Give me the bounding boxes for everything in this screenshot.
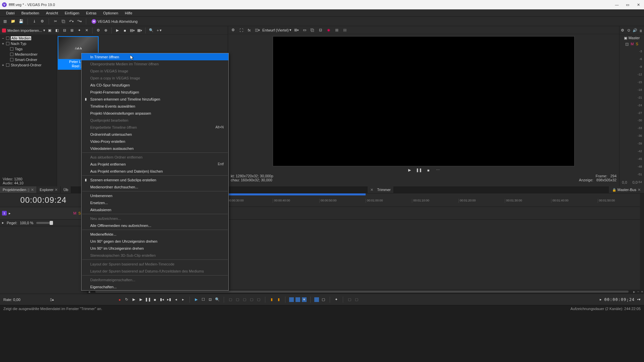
menu-bearbeiten[interactable]: Bearbeiten [18,10,43,16]
tree-node-mediabins[interactable]: Medienordner [0,52,57,57]
preview-quality-dropdown[interactable]: Entwurf (Viertel)▾ [262,28,291,32]
props-icon[interactable]: ⊞ [69,27,75,34]
new-project-icon[interactable]: ▥ [2,18,8,24]
stop-icon[interactable]: ■ [425,167,431,173]
collapse-icon[interactable]: − [1,36,5,40]
menu-item[interactable]: Aus Projekt entfernen und Datei(en) lösc… [82,168,228,175]
select-icon[interactable]: ▦▾ [137,27,143,34]
redo-icon[interactable]: ↷▾ [76,18,83,24]
render-icon[interactable]: ⤓ [31,18,37,24]
import-media-button[interactable]: Medien importieren... ▾ [2,28,45,33]
tab-explorer[interactable]: Explorer✕ [37,186,61,193]
play-button[interactable]: ▶ [138,297,144,302]
autoplay-icon[interactable]: ▤▾ [129,27,135,34]
scroll-right-icon[interactable]: ▸ [633,290,637,294]
ripple-mode-button[interactable]: ▢ [321,297,326,302]
zoom-in-icon[interactable]: + [640,290,644,294]
copy-icon[interactable]: ⿻ [60,18,66,24]
menu-item[interactable]: Videodateien austauschen [82,145,228,152]
menu-item[interactable]: Umbenennen [82,192,228,199]
menu-item[interactable]: Um 90° im Uhrzeigersinn drehen [82,245,228,252]
tab-masterbus[interactable]: 🔒Master-Bus✕ [608,186,644,193]
menu-optionen[interactable]: Optionen [100,10,122,16]
timecode-end-icon[interactable]: ▸ [600,297,602,302]
selection-tool-button[interactable]: ☐ [201,297,206,302]
menu-item[interactable]: Projekt-Videoeinstellungen anpassen [82,110,228,117]
menu-item[interactable]: Projekt-Framerate hinzufügen [82,88,228,96]
close-button[interactable]: ✕ [636,2,641,7]
menu-item[interactable]: Ersetzen... [82,199,228,206]
menu-item[interactable]: ▮Szenen erkennen und Timeline hinzufügen [82,96,228,103]
auto-ripple-button[interactable] [314,297,319,302]
cut-icon[interactable]: ✂ [52,18,58,24]
envelope-tool-button[interactable]: ⊡ [208,297,213,302]
save-frame-icon[interactable]: ⊡ [318,27,324,33]
menu-item[interactable]: Aus Projekt entfernenEntf [82,161,228,168]
scroll-thumb[interactable] [95,291,629,293]
track-header-1[interactable]: 1 ▸ MS▯ [0,207,87,220]
open-icon[interactable]: 📁 [10,18,16,24]
timecode-display[interactable]: 00:00:09:24 [0,193,87,207]
grid-icon[interactable]: ⊞▾ [293,27,300,33]
menu-hilfe[interactable]: Hilfe [121,10,136,16]
collapse-track-icon[interactable]: ▸ [9,211,11,216]
volume-icon[interactable]: 🔊 [632,27,638,34]
fx-slot-icon[interactable]: ◫ [625,42,629,46]
tab-overflow[interactable]: Üb [61,186,71,193]
close-tab-icon[interactable]: ✕ [31,188,34,192]
normal-tool-button[interactable]: ▶ [194,297,199,302]
more-icon[interactable]: ⋯ [435,167,441,173]
dim-icon[interactable]: ⊙ [626,27,632,34]
menu-item[interactable]: In Trimmer öffnen [82,53,228,60]
overlay-icon[interactable]: ▭ [302,27,308,33]
menu-item[interactable]: Eigenschaften... [82,283,228,290]
menu-einfuegen[interactable]: Einfügen [61,10,83,16]
menu-item[interactable]: Medienordner durchsuchen... [82,183,228,190]
fx-icon[interactable]: ✦ [76,27,82,34]
save-search-icon[interactable]: ＋▾ [156,27,162,34]
loop-button[interactable]: ↻ [124,297,129,302]
prev-props-icon[interactable]: ⚙ [230,27,236,33]
autofade-button[interactable]: ✦ [334,297,339,302]
preview-video[interactable] [273,36,575,166]
snap-button[interactable] [289,297,294,302]
master-mute[interactable]: M [631,42,634,46]
level-slider[interactable] [36,222,53,224]
copy-frame-icon[interactable]: ⿻ [310,27,316,33]
lock-icon[interactable]: 🔒 [612,188,616,192]
menu-item[interactable]: Aktualisieren [82,206,228,213]
record-button[interactable]: ● [117,297,122,302]
rate-slider[interactable]: ▯▴ [50,297,54,302]
menu-item[interactable]: Medieneffekte... [82,231,228,238]
close-media-icon[interactable]: ✕ [84,27,90,34]
zoom-tool-button[interactable]: 🔍 [215,297,220,302]
undo-icon[interactable]: ↶▾ [68,18,74,24]
tree-node-storyboard[interactable]: +Storyboard-Ordner [0,62,57,68]
next-frame-button[interactable]: ▸ [180,297,186,302]
fx-icon[interactable]: fx [246,27,252,33]
gear-icon[interactable]: ⚙ [620,27,626,34]
track-expand-icon[interactable]: ▸ [2,221,4,225]
hub-login[interactable]: H VEGAS Hub Abmeldung [92,19,138,24]
tab-trimmer[interactable]: ✕ Trimmer [368,186,393,193]
menu-item[interactable]: Um 90° gegen den Uhrzeigersinn drehen [82,238,228,245]
search-icon[interactable]: 🔍 [148,27,154,34]
go-end-button[interactable]: ▸▮ [166,297,172,302]
menu-item[interactable]: Alle Offlinemedien neu aufzeichnen... [82,222,228,229]
menu-item[interactable]: ▮Szenen erkennen und Subclips erstellen [82,176,228,183]
menu-ansicht[interactable]: Ansicht [43,10,61,16]
expand-icon[interactable]: + [1,42,5,46]
region-button[interactable]: ▮ [276,297,281,302]
go-start-button[interactable]: ▮◂ [159,297,165,302]
menu-extras[interactable]: Extras [83,10,100,16]
play-media-icon[interactable]: ▶ [114,27,120,34]
menu-item[interactable]: Ordnerinhalt untersuchen [82,131,228,138]
play-start-button[interactable]: ▶ [131,297,137,302]
track-mute[interactable]: M [73,211,76,216]
scale-icon[interactable]: ▤ [342,27,348,33]
output-icon[interactable]: ⛶ [238,27,244,33]
stop-media-icon[interactable]: ■ [122,27,128,34]
tree-node-smartbins[interactable]: Smart-Ordner [0,57,57,62]
maximize-button[interactable]: ▭ [625,2,630,7]
tree-node-bytype[interactable]: +Nach Typ [0,41,57,46]
